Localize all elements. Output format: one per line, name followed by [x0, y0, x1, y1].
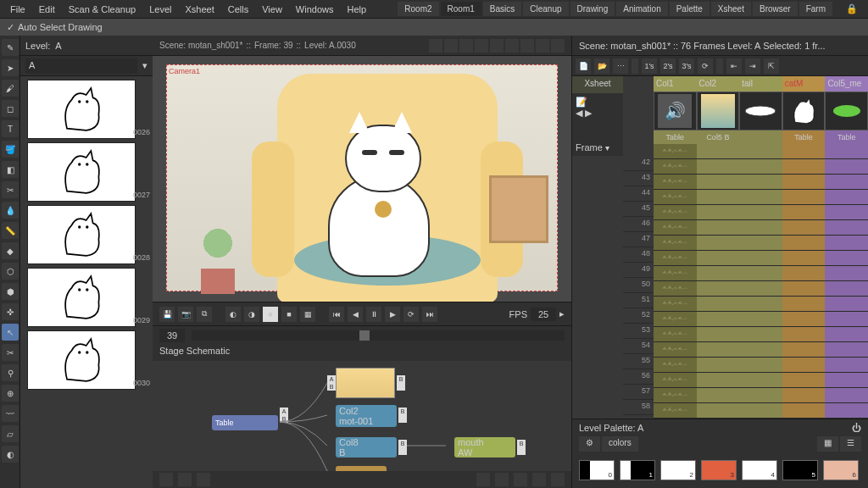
tool-ruler[interactable]: 📏	[2, 222, 19, 239]
collapse-icon[interactable]: ⇤	[726, 58, 742, 74]
frame-num[interactable]: 47	[623, 232, 654, 247]
cell[interactable]	[782, 190, 826, 205]
loop-icon[interactable]: ⟳	[403, 307, 419, 322]
step-2[interactable]: 2's	[660, 58, 676, 74]
color-swatch[interactable]: 5	[782, 460, 818, 480]
bg2-icon[interactable]: ◑	[244, 307, 259, 322]
cell[interactable]	[697, 205, 740, 220]
tool-cp[interactable]: ◆	[2, 242, 19, 259]
frame-num[interactable]: 58	[623, 400, 654, 415]
cell[interactable]	[825, 403, 868, 419]
lock-icon[interactable]: 🔒	[839, 3, 865, 14]
cell[interactable]	[739, 251, 782, 266]
col-header[interactable]: catM	[782, 76, 826, 92]
schematic-view[interactable]: AB B Table AB Col2mot-001 B Col8B B catM…	[153, 361, 571, 471]
cell[interactable]	[782, 327, 826, 342]
cell[interactable]	[739, 403, 782, 419]
cell[interactable]	[825, 220, 868, 236]
port-a[interactable]: AB	[327, 375, 336, 391]
sc-icon[interactable]	[476, 473, 490, 486]
step-1[interactable]: 1's	[642, 58, 657, 74]
refresh-icon[interactable]: ⟳	[698, 58, 713, 74]
col-header[interactable]: Col5_me	[825, 76, 868, 92]
cell[interactable]	[654, 220, 697, 236]
tool-fill[interactable]: 🪣	[2, 141, 19, 158]
cell[interactable]	[782, 403, 826, 419]
col-thumb[interactable]	[697, 92, 740, 130]
node-col2[interactable]: Col2mot-001	[336, 405, 397, 427]
cell[interactable]	[825, 358, 868, 373]
opt-icon[interactable]	[475, 39, 488, 53]
cell[interactable]	[654, 175, 697, 190]
port-b[interactable]: B	[398, 440, 407, 455]
tool-plastic[interactable]: ◐	[2, 446, 19, 463]
opt-icon[interactable]	[444, 39, 458, 53]
cell[interactable]	[654, 373, 697, 388]
pause-icon[interactable]: ⏸	[366, 307, 381, 322]
cell[interactable]	[739, 144, 782, 159]
cell[interactable]	[739, 281, 782, 297]
col-thumb[interactable]	[782, 92, 826, 130]
cell[interactable]	[782, 266, 826, 281]
col-thumb[interactable]: 🔊	[654, 92, 697, 130]
sc-icon[interactable]	[159, 473, 173, 486]
cell[interactable]	[825, 159, 868, 175]
thumb[interactable]: 0029	[27, 268, 136, 327]
frame-num[interactable]: 44	[623, 186, 654, 202]
cell[interactable]	[739, 205, 782, 220]
cell[interactable]	[825, 205, 868, 220]
color-swatch[interactable]: 6	[823, 460, 859, 480]
menu-cells[interactable]: Cells	[221, 4, 255, 14]
cell[interactable]	[825, 251, 868, 266]
play-icon[interactable]: ▶	[385, 307, 400, 322]
cell[interactable]	[825, 342, 868, 358]
cell[interactable]	[697, 358, 740, 373]
open-icon[interactable]: 📂	[594, 58, 609, 74]
opt-icon[interactable]	[490, 39, 504, 53]
color-swatch[interactable]: 1	[620, 460, 655, 480]
cell[interactable]	[782, 205, 826, 220]
port-ab[interactable]: AB	[280, 408, 288, 423]
exit-icon[interactable]: ⇱	[764, 58, 779, 74]
frame-num[interactable]: 50	[623, 278, 654, 293]
tool-hook[interactable]: ⚲	[2, 364, 19, 381]
last-frame-icon[interactable]: ⏭	[422, 307, 437, 322]
frame-num[interactable]: 48	[623, 247, 654, 263]
gear-icon[interactable]: ⚙	[579, 436, 600, 452]
cell[interactable]	[697, 281, 740, 297]
opt-icon[interactable]	[505, 39, 519, 53]
first-frame-icon[interactable]: ⏮	[329, 307, 344, 322]
cell[interactable]	[825, 327, 868, 342]
cell[interactable]	[739, 297, 782, 312]
cell[interactable]	[782, 342, 826, 358]
room-farm[interactable]: Farm	[799, 2, 832, 16]
node-col8[interactable]: Col8B	[336, 437, 397, 458]
cell[interactable]	[825, 236, 868, 251]
cell[interactable]	[782, 358, 826, 373]
sc-icon[interactable]	[178, 473, 192, 486]
cell[interactable]	[782, 297, 826, 312]
cell[interactable]	[782, 281, 826, 297]
black-icon[interactable]: ■	[281, 307, 297, 322]
cell[interactable]	[782, 312, 826, 327]
tool-cut[interactable]: ✂	[2, 344, 19, 361]
xsheet-tab[interactable]: Xsheet	[572, 76, 623, 93]
level-selector[interactable]: A	[25, 58, 137, 74]
tool-type[interactable]: T	[2, 120, 19, 137]
cell[interactable]	[782, 388, 826, 403]
menu-level[interactable]: Level	[142, 4, 178, 14]
thumb[interactable]: 0030	[27, 330, 136, 390]
room-xsheet[interactable]: Xsheet	[711, 2, 751, 16]
col-thumb[interactable]	[825, 92, 868, 130]
frame-num[interactable]: 55	[623, 354, 654, 369]
cell[interactable]	[739, 358, 782, 373]
thumb[interactable]: 0028	[27, 205, 136, 264]
room-basics[interactable]: Basics	[483, 2, 521, 16]
cell[interactable]	[825, 266, 868, 281]
tool-erase[interactable]: ◧	[2, 161, 19, 178]
menu-edit[interactable]: Edit	[32, 4, 62, 14]
frame-track[interactable]	[192, 330, 565, 341]
canvas[interactable]: Camera1	[153, 56, 571, 302]
cell[interactable]	[654, 251, 697, 266]
tool-bend[interactable]: 〰	[2, 405, 19, 422]
